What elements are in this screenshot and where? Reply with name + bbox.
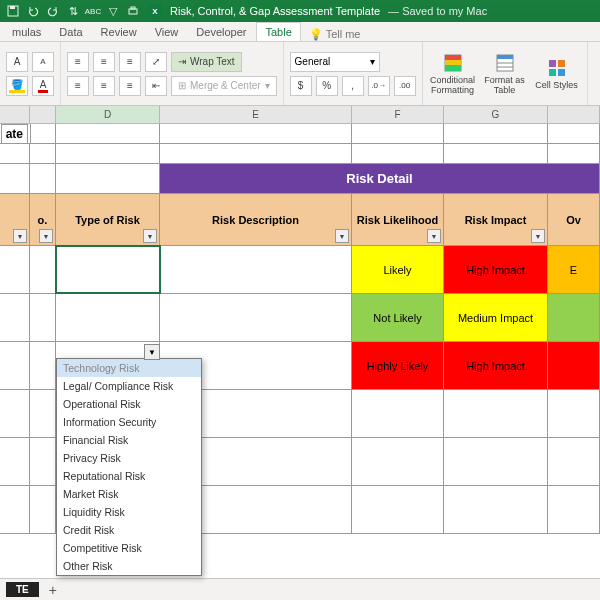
- increase-font-button[interactable]: A: [6, 52, 28, 72]
- dropdown-option[interactable]: Liquidity Risk: [57, 503, 201, 521]
- dropdown-option[interactable]: Financial Risk: [57, 431, 201, 449]
- filter-icon[interactable]: ▽: [106, 4, 120, 18]
- column-header-row: ▼ o.▼ Type of Risk▼ Risk Description▼ Ri…: [0, 194, 600, 246]
- filter-arrow-icon[interactable]: ▼: [531, 229, 545, 243]
- tab-data[interactable]: Data: [51, 23, 90, 41]
- ribbon-tab-bar: mulas Data Review View Developer Table 💡…: [0, 22, 600, 42]
- print-icon[interactable]: [126, 4, 140, 18]
- svg-rect-9: [497, 55, 513, 59]
- grid-row: [0, 144, 600, 164]
- col-type-of-risk: Type of Risk▼: [56, 194, 160, 245]
- cell-likelihood[interactable]: Not Likely: [352, 294, 444, 341]
- filter-arrow-icon[interactable]: ▼: [39, 229, 53, 243]
- cell-impact[interactable]: High Impact: [444, 246, 548, 293]
- dropdown-option[interactable]: Other Risk: [57, 557, 201, 575]
- format-as-table-button[interactable]: Format as Table: [481, 46, 529, 101]
- col-risk-impact: Risk Impact▼: [444, 194, 548, 245]
- col-header-g[interactable]: G: [444, 106, 548, 123]
- sheet-tab[interactable]: TE: [6, 582, 39, 597]
- dropdown-option[interactable]: Market Risk: [57, 485, 201, 503]
- percent-button[interactable]: %: [316, 76, 338, 96]
- dropdown-option[interactable]: Operational Risk: [57, 395, 201, 413]
- align-bottom-button[interactable]: ≡: [119, 52, 141, 72]
- tab-view[interactable]: View: [147, 23, 187, 41]
- col-header-d[interactable]: D: [56, 106, 160, 123]
- cell-impact[interactable]: Medium Impact: [444, 294, 548, 341]
- save-icon[interactable]: [6, 4, 20, 18]
- merge-center-button[interactable]: ⊞ Merge & Center ▾: [171, 76, 277, 96]
- dropdown-option[interactable]: Legal/ Compliance Risk: [57, 377, 201, 395]
- conditional-formatting-button[interactable]: Conditional Formatting: [429, 46, 477, 101]
- filter-arrow-icon[interactable]: ▼: [335, 229, 349, 243]
- cell-impact[interactable]: High Impact: [444, 342, 548, 389]
- comma-button[interactable]: ,: [342, 76, 364, 96]
- sort-icon[interactable]: ⇅: [66, 4, 80, 18]
- grid-row: ate: [0, 124, 600, 144]
- filter-arrow-icon[interactable]: ▼: [427, 229, 441, 243]
- svg-rect-6: [445, 60, 461, 65]
- dropdown-option[interactable]: Competitive Risk: [57, 539, 201, 557]
- add-sheet-button[interactable]: +: [43, 581, 63, 599]
- template-label-fragment: ate: [1, 124, 28, 144]
- align-left-button[interactable]: ≡: [67, 76, 89, 96]
- spreadsheet-area[interactable]: D E F G ate Risk: [0, 106, 600, 534]
- cell-overall[interactable]: [548, 294, 600, 341]
- dropdown-option[interactable]: Credit Risk: [57, 521, 201, 539]
- dropdown-option[interactable]: Privacy Risk: [57, 449, 201, 467]
- decrease-font-button[interactable]: A: [32, 52, 54, 72]
- col-header[interactable]: [0, 106, 30, 123]
- decrease-indent-button[interactable]: ⇤: [145, 76, 167, 96]
- cell-styles-button[interactable]: Cell Styles: [533, 46, 581, 101]
- align-middle-button[interactable]: ≡: [93, 52, 115, 72]
- cell-dropdown-button[interactable]: ▼: [144, 344, 160, 360]
- col-header-e[interactable]: E: [160, 106, 352, 123]
- orientation-button[interactable]: ⤢: [145, 52, 167, 72]
- decrease-decimal-button[interactable]: .00: [394, 76, 416, 96]
- cell-type-of-risk[interactable]: [56, 246, 160, 293]
- risk-detail-header: Risk Detail: [160, 164, 600, 193]
- undo-icon[interactable]: [26, 4, 40, 18]
- currency-button[interactable]: $: [290, 76, 312, 96]
- dropdown-option[interactable]: Information Security: [57, 413, 201, 431]
- cell-likelihood[interactable]: Highly Likely: [352, 342, 444, 389]
- type-of-risk-dropdown[interactable]: Technology Risk Legal/ Compliance Risk O…: [56, 358, 202, 576]
- quick-access-toolbar: ⇅ ABC ▽: [6, 4, 140, 18]
- cell-overall[interactable]: E: [548, 246, 600, 293]
- ribbon: A A 🪣 A ≡ ≡ ≡ ⤢ ⇥ Wrap Text ≡ ≡ ≡ ⇤ ⊞ Me…: [0, 42, 600, 106]
- table-row: Not Likely Medium Impact: [0, 294, 600, 342]
- col-header[interactable]: [30, 106, 56, 123]
- tab-developer[interactable]: Developer: [188, 23, 254, 41]
- col-header-f[interactable]: F: [352, 106, 444, 123]
- number-format-dropdown[interactable]: General▾: [290, 52, 380, 72]
- increase-decimal-button[interactable]: .0→: [368, 76, 390, 96]
- cell-overall[interactable]: [548, 342, 600, 389]
- dropdown-option[interactable]: Reputational Risk: [57, 467, 201, 485]
- redo-icon[interactable]: [46, 4, 60, 18]
- cell-likelihood[interactable]: Likely: [352, 246, 444, 293]
- fill-color-button[interactable]: 🪣: [6, 76, 28, 96]
- col-header[interactable]: [548, 106, 600, 123]
- svg-rect-7: [445, 65, 461, 71]
- insert-cells-button[interactable]: Insert: [594, 46, 600, 101]
- filter-arrow-icon[interactable]: ▼: [13, 229, 27, 243]
- tab-review[interactable]: Review: [93, 23, 145, 41]
- svg-rect-14: [549, 69, 556, 76]
- tab-table[interactable]: Table: [256, 22, 300, 41]
- dropdown-option[interactable]: Technology Risk: [57, 359, 201, 377]
- align-right-button[interactable]: ≡: [119, 76, 141, 96]
- col-no: o.▼: [30, 194, 56, 245]
- svg-rect-13: [558, 60, 565, 67]
- align-top-button[interactable]: ≡: [67, 52, 89, 72]
- tell-me-search[interactable]: 💡 Tell me: [309, 28, 361, 41]
- align-center-button[interactable]: ≡: [93, 76, 115, 96]
- wrap-text-button[interactable]: ⇥ Wrap Text: [171, 52, 242, 72]
- svg-rect-3: [131, 7, 135, 9]
- filter-arrow-icon[interactable]: ▼: [143, 229, 157, 243]
- table-row: Likely High Impact E: [0, 246, 600, 294]
- document-title: Risk, Control, & Gap Assessment Template: [170, 5, 380, 17]
- worksheet-tab-bar: TE +: [0, 578, 600, 600]
- save-status: — Saved to my Mac: [388, 5, 487, 17]
- font-color-button[interactable]: A: [32, 76, 54, 96]
- tab-formulas[interactable]: mulas: [4, 23, 49, 41]
- spell-icon[interactable]: ABC: [86, 4, 100, 18]
